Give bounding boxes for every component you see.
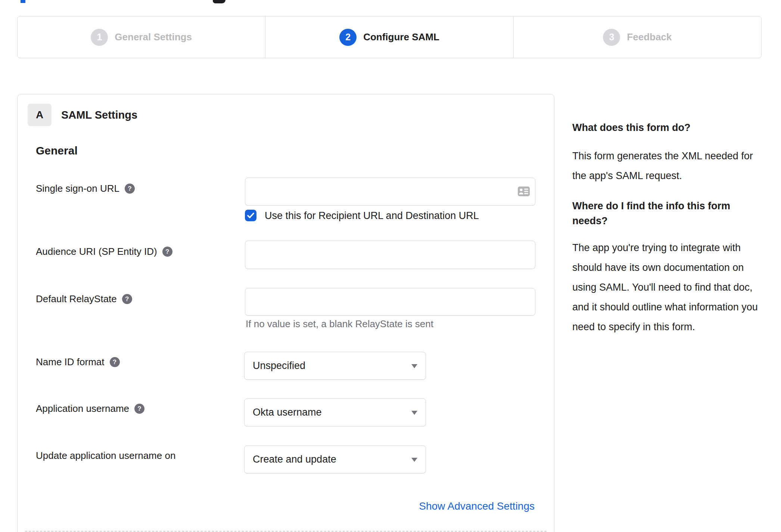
section-letter-badge: A bbox=[28, 104, 52, 126]
chevron-down-icon bbox=[411, 411, 417, 415]
field-row-single-sign-on-url: Single sign-on URL ? bbox=[18, 178, 554, 206]
recipient-url-checkbox-label[interactable]: Use this for Recipient URL and Destinati… bbox=[265, 210, 479, 222]
help-panel: What does this form do? This form genera… bbox=[572, 120, 761, 350]
help-heading-where: Where do I find the info this form needs… bbox=[572, 198, 761, 228]
update-app-username-label-text: Update application username on bbox=[36, 450, 175, 461]
field-row-audience-uri: Audience URI (SP Entity ID) ? bbox=[18, 241, 554, 269]
step-1-circle: 1 bbox=[91, 29, 108, 46]
recipient-url-checkbox[interactable] bbox=[245, 210, 256, 221]
field-row-default-relaystate: Default RelayState ? bbox=[18, 288, 554, 316]
recipient-url-checkbox-row: Use this for Recipient URL and Destinati… bbox=[18, 210, 554, 221]
step-general-settings[interactable]: 1 General Settings bbox=[18, 16, 265, 58]
section-title: SAML Settings bbox=[61, 104, 137, 126]
default-relaystate-label-text: Default RelayState bbox=[36, 293, 117, 305]
help-icon[interactable]: ? bbox=[134, 404, 144, 414]
update-app-username-select[interactable]: Create and update bbox=[244, 445, 426, 473]
audience-uri-label-text: Audience URI (SP Entity ID) bbox=[36, 246, 157, 257]
help-icon[interactable]: ? bbox=[162, 247, 172, 257]
single-sign-on-url-label: Single sign-on URL ? bbox=[36, 183, 135, 194]
step-feedback[interactable]: 3 Feedback bbox=[513, 16, 761, 58]
help-heading-what: What does this form do? bbox=[572, 120, 761, 135]
group-title-general: General bbox=[36, 144, 78, 157]
field-row-update-app-username: Update application username on Create an… bbox=[18, 445, 554, 473]
section-dashed-divider bbox=[25, 531, 547, 532]
step-1-label: General Settings bbox=[115, 31, 192, 43]
checkmark-icon bbox=[247, 213, 254, 218]
chevron-down-icon bbox=[411, 458, 417, 462]
step-2-label: Configure SAML bbox=[363, 31, 439, 43]
update-app-username-label: Update application username on bbox=[36, 450, 175, 461]
field-row-application-username: Application username ? Okta username bbox=[18, 398, 554, 426]
step-configure-saml[interactable]: 2 Configure SAML bbox=[265, 16, 513, 58]
default-relaystate-label: Default RelayState ? bbox=[36, 293, 132, 305]
step-2-circle: 2 bbox=[339, 29, 357, 46]
application-username-select[interactable]: Okta username bbox=[244, 398, 426, 426]
field-row-name-id-format: Name ID format ? Unspecified bbox=[18, 352, 554, 380]
step-3-circle: 3 bbox=[603, 29, 620, 46]
step-3-label: Feedback bbox=[627, 31, 672, 43]
name-id-format-label: Name ID format ? bbox=[36, 356, 120, 368]
application-username-label-text: Application username bbox=[36, 403, 129, 414]
contact-card-icon[interactable] bbox=[517, 186, 530, 198]
name-id-format-value: Unspecified bbox=[253, 360, 305, 372]
configure-saml-page: 1 General Settings 2 Configure SAML 3 Fe… bbox=[0, 0, 781, 532]
audience-uri-input[interactable] bbox=[245, 241, 535, 269]
help-icon[interactable]: ? bbox=[110, 357, 120, 367]
page-title-fragment-blue bbox=[21, 0, 25, 3]
help-paragraph-where: The app you're trying to integrate with … bbox=[572, 238, 761, 337]
saml-settings-card: A SAML Settings General Single sign-on U… bbox=[17, 94, 554, 532]
audience-uri-label: Audience URI (SP Entity ID) ? bbox=[36, 246, 172, 257]
page-title-fragment-dark bbox=[213, 0, 225, 3]
help-paragraph-what: This form generates the XML needed for t… bbox=[572, 146, 761, 186]
application-username-value: Okta username bbox=[253, 407, 322, 418]
help-icon[interactable]: ? bbox=[122, 294, 132, 304]
application-username-label: Application username ? bbox=[36, 403, 144, 414]
relaystate-helper-text: If no value is set, a blank RelayState i… bbox=[246, 318, 433, 330]
chevron-down-icon bbox=[411, 364, 417, 368]
default-relaystate-input[interactable] bbox=[245, 288, 535, 316]
update-app-username-value: Create and update bbox=[253, 454, 336, 465]
help-icon[interactable]: ? bbox=[125, 184, 135, 194]
single-sign-on-url-input[interactable] bbox=[245, 178, 535, 206]
name-id-format-label-text: Name ID format bbox=[36, 356, 105, 368]
single-sign-on-url-label-text: Single sign-on URL bbox=[36, 183, 119, 194]
show-advanced-settings-link[interactable]: Show Advanced Settings bbox=[419, 500, 535, 512]
name-id-format-select[interactable]: Unspecified bbox=[244, 352, 426, 380]
wizard-stepper: 1 General Settings 2 Configure SAML 3 Fe… bbox=[17, 16, 762, 58]
